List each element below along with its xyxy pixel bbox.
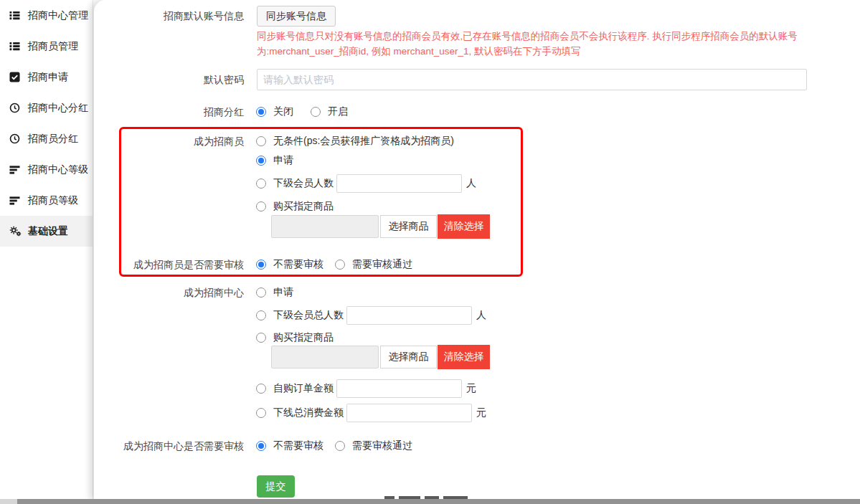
app-window: 招商中心管理 招商员管理 招商申请 招商中心分红 招商员分红 xyxy=(0,0,860,504)
sidebar-item-merchant-application[interactable]: 招商申请 xyxy=(0,62,93,92)
radio-label: 无条件(ps:会员获得推广资格成为招商员) xyxy=(273,135,454,148)
sidebar-item-merchant-staff-management[interactable]: 招商员管理 xyxy=(0,31,93,62)
total-subordinate-input[interactable] xyxy=(346,306,472,325)
default-password-label: 默认密码 xyxy=(94,72,244,87)
center-product-picker: 选择商品 清除选择 xyxy=(271,345,490,369)
radio-unconditional[interactable] xyxy=(256,136,266,146)
center-option-purchase-product[interactable]: 购买指定商品 xyxy=(256,331,334,345)
radio-total-subordinate[interactable] xyxy=(256,310,266,320)
radio-label: 下线总消费金额 xyxy=(273,406,344,419)
agent-select-product-button[interactable]: 选择商品 xyxy=(380,215,437,238)
check-square-icon xyxy=(9,72,23,82)
unit-label: 人 xyxy=(476,309,486,322)
agent-review-radio-group: 不需要审核 需要审核通过 xyxy=(256,257,412,272)
center-select-product-button[interactable]: 选择商品 xyxy=(380,346,437,369)
radio-label: 购买指定商品 xyxy=(273,200,334,213)
bars-icon xyxy=(9,164,23,175)
unit-label: 元 xyxy=(466,382,476,395)
cogs-icon xyxy=(9,226,23,237)
center-selected-product-field[interactable] xyxy=(271,346,379,369)
agent-product-picker: 选择商品 清除选择 xyxy=(271,214,490,239)
radio-center-purchase[interactable] xyxy=(256,333,266,343)
radio-label: 下级会员人数 xyxy=(273,177,334,190)
dividend-label: 招商分红 xyxy=(94,105,244,119)
sidebar: 招商中心管理 招商员管理 招商申请 招商中心分红 招商员分红 xyxy=(0,0,93,499)
radio-center-apply[interactable] xyxy=(256,287,266,298)
sidebar-item-label: 招商中心等级 xyxy=(28,163,88,176)
radio-agent-need-review[interactable] xyxy=(335,260,345,270)
horizontal-scrollbar-thumb[interactable] xyxy=(17,499,860,504)
center-option-self-order-amount[interactable]: 自购订单金额 元 xyxy=(256,379,476,398)
radio-self-order-amount[interactable] xyxy=(256,384,266,394)
center-option-downline-total[interactable]: 下线总消费金额 元 xyxy=(256,404,486,422)
submit-button[interactable]: 提交 xyxy=(257,475,295,498)
center-clear-selection-button[interactable]: 清除选择 xyxy=(438,345,490,369)
radio-label: 自购订单金额 xyxy=(273,382,334,395)
agent-option-apply[interactable]: 申请 xyxy=(256,153,293,168)
radio-label: 申请 xyxy=(273,154,293,167)
clock-icon xyxy=(9,133,23,144)
subordinate-count-input[interactable] xyxy=(336,174,462,193)
sync-account-button[interactable]: 同步账号信息 xyxy=(257,6,336,27)
default-password-input[interactable] xyxy=(257,69,807,90)
settings-form: 招商默认账号信息 同步账号信息 同步账号信息只对没有账号信息的招商会员有效,已存… xyxy=(94,0,860,500)
radio-subordinate-count[interactable] xyxy=(256,179,266,189)
agent-option-unconditional[interactable]: 无条件(ps:会员获得推广资格成为招商员) xyxy=(256,134,454,148)
agent-selected-product-field[interactable] xyxy=(271,215,379,238)
sidebar-item-center-dividend[interactable]: 招商中心分红 xyxy=(0,92,93,123)
radio-label[interactable]: 需要审核通过 xyxy=(352,258,412,271)
sidebar-item-label: 招商员分红 xyxy=(28,133,78,146)
sidebar-item-label: 招商中心管理 xyxy=(28,9,88,22)
radio-label: 购买指定商品 xyxy=(273,331,334,344)
radio-dividend-off[interactable] xyxy=(256,107,266,117)
radio-label[interactable]: 不需要审核 xyxy=(273,439,323,452)
agent-option-purchase-product[interactable]: 购买指定商品 xyxy=(256,199,334,214)
sidebar-item-label: 基础设置 xyxy=(28,225,68,238)
unit-label: 元 xyxy=(476,406,486,419)
bars-icon xyxy=(9,195,23,206)
radio-label[interactable]: 需要审核通过 xyxy=(352,439,412,452)
radio-label: 申请 xyxy=(273,286,293,299)
dividend-radio-group: 关闭 开启 xyxy=(256,105,348,119)
radio-center-need-review[interactable] xyxy=(335,441,345,451)
sync-help-text: 同步账号信息只对没有账号信息的招商会员有效,已存在账号信息的招商会员不会执行该程… xyxy=(257,29,829,59)
center-option-apply[interactable]: 申请 xyxy=(256,285,293,300)
radio-dividend-on[interactable] xyxy=(311,107,321,117)
radio-agent-no-review[interactable] xyxy=(256,260,266,270)
sidebar-item-label: 招商员管理 xyxy=(28,40,78,53)
horizontal-scrollbar[interactable] xyxy=(0,499,860,504)
radio-label[interactable]: 关闭 xyxy=(273,105,293,118)
center-review-label: 成为招商中心是否需要审核 xyxy=(94,439,244,453)
center-option-total-subordinate[interactable]: 下级会员总人数 人 xyxy=(256,306,486,325)
sidebar-item-merchant-center-management[interactable]: 招商中心管理 xyxy=(0,0,93,31)
sidebar-item-staff-dividend[interactable]: 招商员分红 xyxy=(0,123,93,154)
agent-option-subordinate-count[interactable]: 下级会员人数 人 xyxy=(256,174,476,193)
self-order-amount-input[interactable] xyxy=(336,379,462,398)
radio-purchase-product[interactable] xyxy=(256,201,266,211)
radio-downline-total[interactable] xyxy=(256,408,266,418)
radio-label[interactable]: 不需要审核 xyxy=(273,258,323,271)
unit-label: 人 xyxy=(466,177,476,190)
become-agent-label: 成为招商员 xyxy=(94,134,244,148)
agent-review-label: 成为招商员是否需要审核 xyxy=(94,257,244,272)
list-icon xyxy=(9,41,23,52)
sidebar-item-center-level[interactable]: 招商中心等级 xyxy=(0,154,93,185)
radio-label: 下级会员总人数 xyxy=(273,309,344,322)
radio-label[interactable]: 开启 xyxy=(328,105,348,118)
agent-clear-selection-button[interactable]: 清除选择 xyxy=(438,214,490,239)
become-center-label: 成为招商中心 xyxy=(94,285,244,300)
sidebar-item-staff-level[interactable]: 招商员等级 xyxy=(0,185,93,216)
center-review-radio-group: 不需要审核 需要审核通过 xyxy=(256,439,412,453)
sidebar-item-basic-settings[interactable]: 基础设置 xyxy=(0,216,93,247)
sidebar-item-label: 招商中心分红 xyxy=(28,102,88,115)
account-info-label: 招商默认账号信息 xyxy=(94,9,244,23)
sidebar-item-label: 招商申请 xyxy=(28,71,68,84)
downline-total-input[interactable] xyxy=(346,404,472,422)
sidebar-item-label: 招商员等级 xyxy=(28,194,78,207)
radio-apply[interactable] xyxy=(256,156,266,166)
radio-center-no-review[interactable] xyxy=(256,441,266,451)
list-icon xyxy=(9,10,23,21)
clock-icon xyxy=(9,103,23,113)
